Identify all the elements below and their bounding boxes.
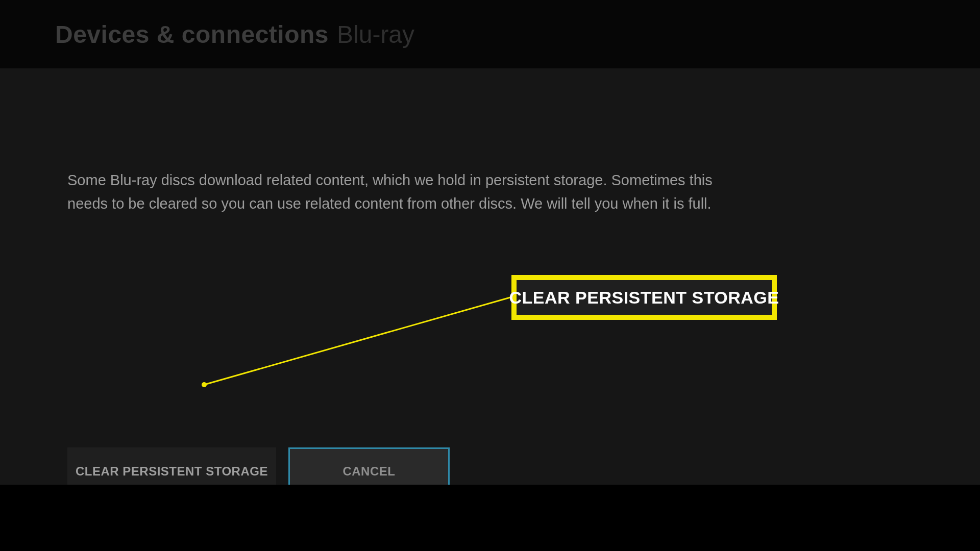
bottom-bar <box>0 485 980 551</box>
annotation-callout: CLEAR PERSISTENT STORAGE <box>511 275 777 320</box>
content-area: Some Blu-ray discs download related cont… <box>0 68 980 485</box>
page-title: Devices & connections <box>55 20 329 48</box>
annotation-callout-label: CLEAR PERSISTENT STORAGE <box>509 288 779 308</box>
description-text: Some Blu-ray discs download related cont… <box>67 168 715 215</box>
page-subtitle: Blu-ray <box>337 20 414 48</box>
page-header: Devices & connections Blu-ray <box>0 0 980 68</box>
